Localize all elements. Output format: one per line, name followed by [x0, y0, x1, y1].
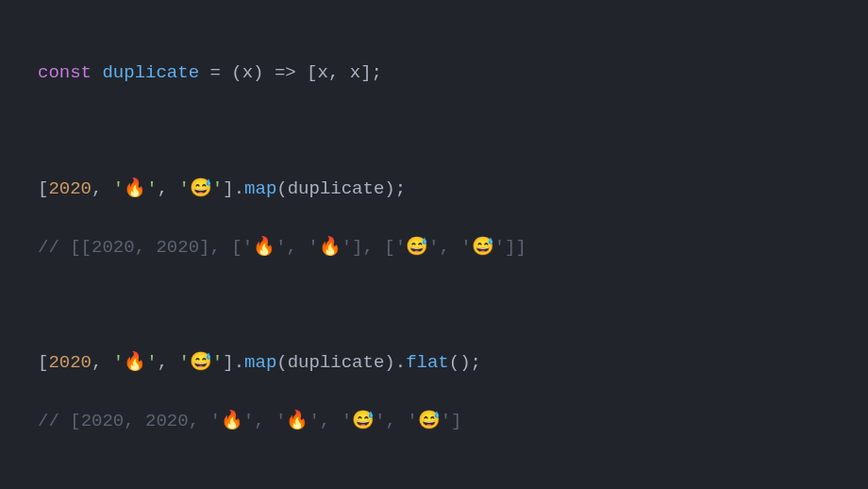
code-snippet: const duplicate = (x) => [x, x]; [2020, … — [38, 30, 830, 489]
keyword-const: const — [38, 62, 92, 83]
sweat-emoji: 😅 — [190, 350, 212, 372]
identifier-duplicate: duplicate — [102, 62, 199, 83]
method-map: map — [244, 178, 276, 199]
fire-emoji: 🔥 — [253, 235, 275, 257]
number-literal: 2020 — [48, 178, 92, 199]
fire-emoji: 🔥 — [124, 350, 146, 372]
comment-line-1: // [[2020, 2020], ['🔥', '🔥'], ['😅', '😅']… — [38, 232, 830, 261]
blank-line — [38, 464, 830, 489]
fire-emoji: 🔥 — [319, 235, 342, 257]
blank-line — [38, 116, 830, 144]
fire-emoji: 🔥 — [286, 409, 309, 430]
code-line-1: const duplicate = (x) => [x, x]; — [38, 59, 830, 87]
method-map: map — [244, 352, 276, 373]
comment-line-2: // [2020, 2020, '🔥', '🔥', '😅', '😅'] — [38, 406, 830, 435]
sweat-emoji: 😅 — [472, 235, 494, 257]
code-line-2: [2020, '🔥', '😅'].map(duplicate); — [38, 174, 830, 203]
method-flat: flat — [406, 352, 449, 373]
sweat-emoji: 😅 — [190, 177, 212, 198]
fire-emoji: 🔥 — [124, 177, 146, 198]
blank-line — [38, 291, 830, 319]
code-line-3: [2020, '🔥', '😅'].map(duplicate).flat(); — [38, 347, 830, 377]
sweat-emoji: 😅 — [418, 409, 441, 430]
sweat-emoji: 😅 — [406, 235, 428, 257]
sweat-emoji: 😅 — [352, 409, 375, 430]
fire-emoji: 🔥 — [221, 409, 243, 430]
number-literal: 2020 — [48, 352, 92, 373]
